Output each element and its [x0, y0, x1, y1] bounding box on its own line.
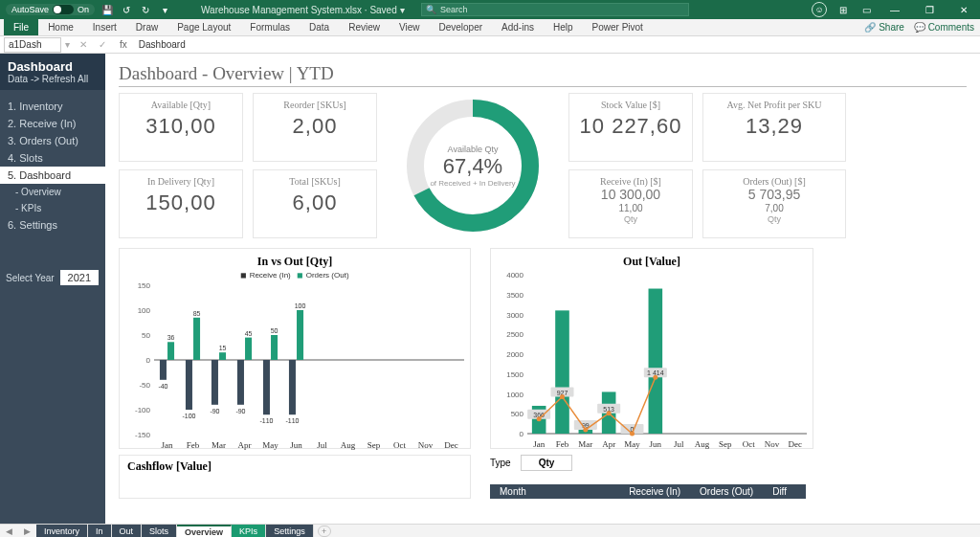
ribbon-tab-view[interactable]: View	[390, 19, 430, 35]
svg-text:4000: 4000	[506, 271, 523, 280]
app-launcher-icon[interactable]: ⊞	[836, 3, 850, 16]
sidebar-item-inventory[interactable]: 1. Inventory	[0, 98, 105, 115]
svg-rect-15	[186, 360, 192, 410]
type-selector[interactable]: Qty	[521, 455, 573, 471]
ribbon-tab-draw[interactable]: Draw	[126, 19, 167, 35]
svg-text:-40: -40	[158, 383, 167, 390]
maximize-button[interactable]: ❐	[917, 0, 942, 19]
svg-text:50: 50	[271, 327, 278, 334]
ribbon-tab-pagelayout[interactable]: Page Layout	[167, 19, 240, 35]
svg-text:Jan: Jan	[533, 439, 545, 449]
ribbon-tab-addins[interactable]: Add-ins	[492, 19, 544, 35]
tab-nav-prev[interactable]: ◀	[0, 526, 18, 536]
sheet-tabs: ◀ ▶ Inventory In Out Slots Overview KPIs…	[0, 524, 980, 537]
comments-button[interactable]: 💬 Comments	[914, 22, 974, 33]
svg-text:3000: 3000	[506, 311, 523, 320]
svg-rect-76	[649, 289, 663, 434]
svg-text:500: 500	[511, 410, 524, 418]
redo-icon[interactable]: ↻	[139, 3, 152, 16]
svg-text:2500: 2500	[506, 330, 523, 339]
fx-icon[interactable]: fx	[112, 39, 135, 50]
svg-rect-32	[271, 335, 278, 360]
svg-text:-50: -50	[139, 381, 150, 390]
svg-text:Jun: Jun	[650, 439, 662, 449]
svg-rect-10	[160, 360, 167, 380]
sidebar-item-kpis[interactable]: - KPIs	[0, 200, 105, 216]
ribbon-mode-icon[interactable]: ▭	[859, 3, 873, 16]
sidebar-item-dashboard[interactable]: 5. Dashboard	[0, 167, 105, 184]
card-total-skus: Total [SKUs] 6,00	[253, 169, 377, 238]
svg-text:0: 0	[146, 356, 151, 365]
svg-text:Sep: Sep	[719, 439, 732, 449]
svg-text:Oct: Oct	[743, 439, 755, 449]
svg-rect-17	[193, 318, 200, 360]
card-stock-value: Stock Value [$] 10 227,60	[568, 93, 693, 162]
svg-text:0: 0	[520, 430, 524, 438]
svg-text:85: 85	[193, 310, 201, 317]
chart-in-vs-out: In vs Out [Qty] ◼ Receive (In) ◼ Orders …	[119, 248, 471, 449]
svg-text:-110: -110	[259, 417, 273, 424]
card-available-qty: Available [Qty] 310,00	[119, 93, 243, 162]
svg-text:-100: -100	[135, 406, 151, 414]
sidebar-item-slots[interactable]: 4. Slots	[0, 149, 105, 167]
svg-rect-12	[167, 342, 174, 360]
svg-text:-110: -110	[285, 417, 299, 424]
sidebar-item-settings[interactable]: 6. Settings	[0, 216, 105, 234]
year-selector[interactable]: 2021	[60, 270, 99, 285]
undo-icon[interactable]: ↺	[120, 3, 133, 16]
minimize-button[interactable]: —	[882, 0, 907, 19]
sheet-tab-in[interactable]: In	[88, 525, 112, 537]
account-icon[interactable]: ☺	[812, 2, 827, 17]
svg-text:Feb: Feb	[187, 440, 200, 450]
svg-text:3500: 3500	[506, 291, 523, 300]
svg-point-88	[583, 427, 588, 432]
close-button[interactable]: ✕	[951, 0, 976, 19]
ribbon-tab-data[interactable]: Data	[300, 19, 339, 35]
sidebar-header: Dashboard Data -> Refresh All	[0, 54, 105, 90]
sheet-tab-overview[interactable]: Overview	[177, 525, 232, 537]
svg-text:Aug: Aug	[695, 439, 710, 449]
sheet-tab-kpis[interactable]: KPIs	[232, 525, 266, 537]
svg-text:Apr: Apr	[238, 440, 252, 450]
autosave-toggle[interactable]: AutoSave On	[6, 4, 95, 15]
ribbon-tab-formulas[interactable]: Formulas	[240, 19, 300, 35]
svg-point-91	[653, 375, 657, 380]
sheet-tab-inventory[interactable]: Inventory	[36, 525, 88, 537]
page-title: Dashboard - Overview | YTD	[119, 63, 967, 87]
document-title: Warehouse Management System.xlsx · Saved…	[201, 5, 405, 15]
search-input[interactable]: 🔍 Search	[421, 3, 689, 16]
ribbon-tab-review[interactable]: Review	[339, 19, 390, 35]
sheet-tab-slots[interactable]: Slots	[142, 525, 177, 537]
svg-text:May: May	[262, 440, 278, 450]
svg-rect-30	[263, 360, 270, 414]
share-button[interactable]: 🔗 Share	[864, 22, 903, 33]
ribbon-tab-powerpivot[interactable]: Power Pivot	[583, 19, 653, 35]
svg-point-87	[560, 394, 565, 399]
ribbon: File Home Insert Draw Page Layout Formul…	[0, 19, 980, 36]
chart-out-value: Out [Value] 0500100015002000250030003500…	[490, 248, 813, 449]
sheet-tab-out[interactable]: Out	[112, 525, 143, 537]
svg-text:Mar: Mar	[212, 440, 226, 450]
name-box[interactable]	[4, 37, 61, 53]
save-icon[interactable]: 💾	[100, 3, 114, 16]
ribbon-tab-insert[interactable]: Insert	[83, 19, 126, 35]
sidebar-item-orders[interactable]: 3. Orders (Out)	[0, 132, 105, 149]
qat-more-icon[interactable]: ▾	[158, 3, 171, 16]
svg-point-89	[607, 411, 612, 415]
ribbon-tab-help[interactable]: Help	[544, 19, 583, 35]
new-sheet-button[interactable]: +	[318, 526, 331, 537]
svg-text:Dec: Dec	[444, 440, 458, 450]
svg-text:50: 50	[142, 331, 150, 340]
svg-rect-22	[219, 352, 226, 360]
sheet-tab-settings[interactable]: Settings	[266, 525, 314, 537]
ribbon-tab-developer[interactable]: Developer	[429, 19, 492, 35]
ribbon-tab-file[interactable]: File	[4, 19, 38, 35]
svg-rect-60	[555, 310, 569, 434]
ribbon-tab-home[interactable]: Home	[38, 19, 83, 35]
sidebar-item-receive[interactable]: 2. Receive (In)	[0, 115, 105, 132]
formula-input[interactable]: Dashboard	[135, 39, 980, 50]
tab-nav-next[interactable]: ▶	[18, 526, 36, 536]
donut-chart: Available Qty 67,4% of Received + In Del…	[387, 93, 559, 238]
sidebar-item-overview[interactable]: - Overview	[0, 184, 105, 200]
svg-text:-150: -150	[135, 431, 151, 439]
